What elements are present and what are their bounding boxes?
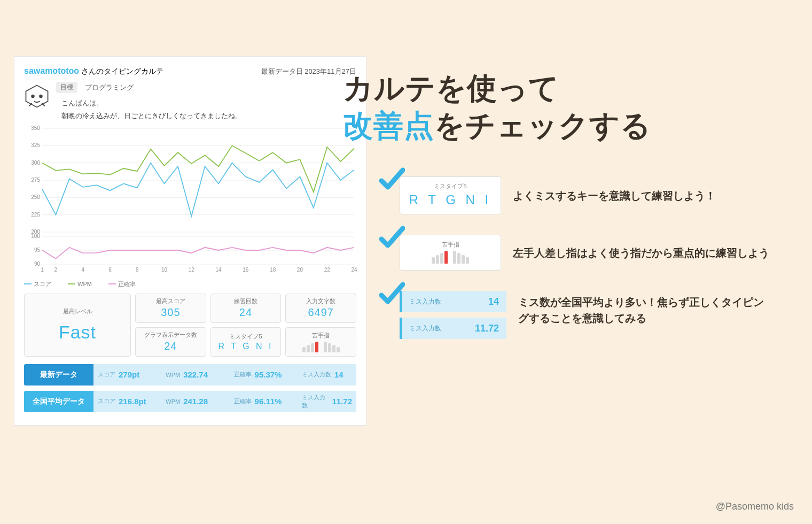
cell-label: 正確率 [234, 397, 252, 405]
stat-max-score: 最高スコア 305 [135, 294, 206, 323]
stat-value: 6497 [308, 306, 334, 319]
tip-text: ミス数が全国平均より多い！焦らず正しくタイピングすることを意識してみる [518, 294, 764, 326]
chart-legend: スコア WPM 正確率 [24, 279, 357, 288]
svg-text:22: 22 [324, 267, 331, 273]
headline-line1: カルテを使って [343, 71, 559, 105]
latest-data-date: 最新データ日 2023年11月27日 [261, 67, 356, 76]
stat-label: 苦手指 [312, 332, 330, 340]
svg-text:275: 275 [31, 177, 40, 183]
cell-label: スコア [98, 397, 115, 405]
score-chart: 2002252502753003253509095100124681012141… [24, 125, 357, 288]
stat-value: 24 [164, 340, 177, 352]
svg-text:16: 16 [243, 267, 249, 273]
svg-text:24: 24 [351, 267, 357, 273]
headline-line2b: をチェックする [434, 109, 651, 142]
svg-text:20: 20 [297, 267, 303, 273]
stat-practice-count: 練習回数 24 [210, 294, 282, 323]
stat-graph-count: グラフ表示データ数 24 [135, 327, 206, 357]
svg-text:2: 2 [54, 267, 58, 273]
cell-label: WPM [166, 372, 180, 378]
goal-label: 目標 [56, 82, 77, 93]
svg-text:250: 250 [31, 195, 40, 201]
headline: カルテを使って 改善点をチェックする [343, 70, 651, 144]
national-avg-row: 全国平均データ スコア216.8pt WPM241.28 正確率96.11% ミ… [24, 391, 356, 412]
check-icon [378, 167, 405, 194]
finger-bars-icon [302, 341, 340, 352]
cell-value: 322.74 [183, 370, 208, 379]
cell-label: ミス入力数 [302, 394, 329, 410]
tip-miss-count: ミス入力数 14 ミス入力数 11.72 ミス数が全国平均より多い！焦らず正しく… [385, 291, 791, 339]
robot-avatar-icon [22, 81, 52, 111]
cell-label: ミス入力数 [302, 371, 331, 379]
svg-point-1 [31, 95, 35, 98]
tip-mistype: ミスタイプ5 R T G N I よくミスするキーを意識して練習しよう！ [385, 176, 791, 214]
stat-mistype5: ミスタイプ5 R T G N I [210, 327, 282, 357]
cell-value: 241.28 [183, 397, 208, 406]
typing-karte-card: sawamototoo さんのタイピングカルテ 最新データ日 2023年11月2… [14, 56, 366, 426]
goal-row: 目標 プログラミング [56, 82, 356, 93]
cell-value: 216.8pt [119, 397, 146, 406]
cell-value: 11.72 [332, 397, 352, 406]
legend-accuracy: 正確率 [118, 280, 136, 288]
card-title-suffix: さんのタイピングカルテ [79, 67, 163, 75]
svg-point-2 [39, 95, 43, 98]
data-rows: 最新データ スコア279pt WPM322.74 正確率95.37% ミス入力数… [24, 364, 356, 412]
stat-value: 305 [161, 306, 180, 319]
stat-max-level: 最高レベル Fast [24, 294, 131, 357]
username: sawamototoo [24, 66, 79, 75]
svg-text:90: 90 [34, 261, 41, 267]
legend-wpm: WPM [77, 281, 92, 287]
stat-label: ミスタイプ5 [229, 333, 262, 341]
svg-text:350: 350 [31, 125, 40, 131]
cell-value: 95.37% [255, 370, 282, 379]
stat-label: 最高レベル [63, 307, 92, 315]
svg-text:95: 95 [34, 247, 41, 253]
pill-label: ミス入力数 [409, 297, 441, 306]
cell-value: 96.11% [255, 397, 282, 406]
pill-value: 11.72 [475, 323, 499, 334]
greeting-line-1: こんばんは。 [61, 97, 356, 109]
cell-label: WPM [166, 398, 180, 405]
latest-data-row: 最新データ スコア279pt WPM322.74 正確率95.37% ミス入力数… [24, 364, 356, 386]
stat-value: Fast [59, 322, 96, 343]
check-icon [378, 225, 405, 252]
tip-text: よくミスするキーを意識して練習しよう！ [513, 188, 716, 204]
legend-score: スコア [34, 280, 51, 288]
tips-list: ミスタイプ5 R T G N I よくミスするキーを意識して練習しよう！ 苦手指… [385, 176, 791, 359]
svg-text:14: 14 [216, 267, 222, 273]
headline-highlight: 改善点 [343, 109, 434, 142]
svg-text:12: 12 [189, 267, 195, 273]
finger-bars-icon [409, 252, 492, 264]
tip-card-mistype: ミスタイプ5 R T G N I [400, 176, 501, 214]
stat-label: グラフ表示データ数 [144, 331, 197, 339]
tip-pill-your-miss: ミス入力数 14 [400, 291, 506, 312]
stat-label: 練習回数 [234, 297, 257, 305]
svg-text:1: 1 [41, 267, 44, 273]
tip-card-value: R T G N I [409, 192, 492, 207]
tip-card-finger: 苦手指 [400, 235, 501, 271]
greeting-line-2: 朝晩の冷え込みが、日ごとにきびしくなってきましたね。 [61, 110, 356, 122]
svg-text:100: 100 [31, 233, 40, 239]
stat-weak-finger: 苦手指 [285, 327, 356, 357]
cell-label: 正確率 [234, 371, 252, 379]
svg-text:18: 18 [270, 267, 276, 273]
check-icon [378, 281, 405, 308]
tip-text: 左手人差し指はよく使う指だから重点的に練習しよう [513, 245, 769, 261]
stat-value: 24 [239, 306, 252, 319]
cell-value: 14 [334, 370, 343, 379]
stat-value: R T G N I [218, 342, 274, 351]
svg-text:6: 6 [108, 267, 112, 273]
svg-text:4: 4 [81, 267, 84, 273]
svg-text:10: 10 [161, 267, 168, 273]
tip-card-label: ミスタイプ5 [409, 182, 492, 190]
card-header: sawamototoo さんのタイピングカルテ 最新データ日 2023年11月2… [24, 66, 356, 76]
cell-label: スコア [98, 371, 115, 379]
stat-grid: 最高レベル Fast 最高スコア 305 練習回数 24 入力文字数 6497 … [24, 294, 356, 357]
tip-card-label: 苦手指 [409, 241, 492, 249]
stat-label: 入力文字数 [306, 297, 335, 305]
svg-text:225: 225 [31, 212, 40, 218]
svg-marker-0 [26, 85, 48, 107]
cell-value: 279pt [119, 370, 139, 379]
svg-text:325: 325 [31, 143, 40, 149]
stat-label: 最高スコア [156, 297, 185, 305]
